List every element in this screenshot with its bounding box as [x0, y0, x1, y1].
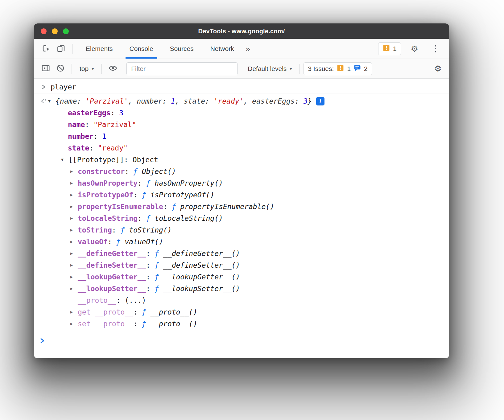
devtools-tabbar: Elements Console Sources Network » 1 ⚙ ⋮	[34, 39, 449, 59]
tab-network[interactable]: Network	[202, 39, 242, 59]
console-text-segment: 1	[102, 132, 106, 140]
console-text-segment: name	[60, 97, 77, 105]
console-text-segment: toString	[78, 226, 112, 234]
console-text-segment: :	[146, 249, 155, 257]
console-text-segment: valueOf()	[125, 238, 163, 246]
console-text-segment: :	[112, 226, 121, 234]
toolbar-divider	[300, 64, 300, 74]
console-text-segment: }	[308, 97, 312, 105]
console-text-segment: :	[138, 214, 146, 222]
issues-label: 3 Issues:	[308, 65, 334, 72]
console-text-segment: :	[125, 167, 133, 175]
more-tabs-button[interactable]: »	[242, 45, 254, 53]
disclosure-triangle-icon[interactable]: ▸	[70, 228, 78, 233]
console-text-segment: 3	[303, 97, 308, 105]
context-label: top	[80, 65, 89, 72]
console-text-segment: :	[205, 97, 214, 105]
device-toolbar-button[interactable]	[54, 41, 68, 56]
console-text-segment: ,	[175, 97, 184, 105]
console-text-segment: :	[116, 296, 125, 304]
disclosure-triangle-icon[interactable]: ▸	[70, 204, 78, 209]
console-text-segment: :	[146, 285, 155, 293]
titlebar[interactable]: DevTools - www.google.com/	[34, 23, 449, 39]
disclosure-triangle-icon[interactable]: ▸	[70, 192, 78, 197]
console-row: ▸__defineSetter__: ƒ __defineSetter__()	[34, 259, 449, 271]
console-panel[interactable]: player▾{name: 'Parzival', number: 1, sta…	[34, 79, 449, 348]
context-selector[interactable]: top ▾	[76, 65, 98, 72]
warning-icon	[382, 44, 390, 53]
console-command-chevron-icon	[41, 84, 47, 90]
console-text-segment: :	[163, 203, 172, 211]
console-row: ▸valueOf: ƒ valueOf()	[34, 236, 449, 248]
disclosure-triangle-icon[interactable]: ▸	[70, 286, 78, 291]
disclosure-triangle-icon[interactable]: ▸	[70, 251, 78, 256]
console-row: ▸hasOwnProperty: ƒ hasOwnProperty()	[34, 177, 449, 189]
disclosure-triangle-icon[interactable]: ▸	[70, 239, 78, 244]
disclosure-triangle-icon[interactable]: ▸	[70, 274, 78, 279]
console-text-segment: toString()	[129, 226, 171, 234]
zoom-window-button[interactable]	[63, 28, 69, 34]
console-text-segment: "ready"	[98, 144, 128, 152]
disclosure-triangle-icon[interactable]: ▸	[70, 310, 78, 315]
tabbar-right-cluster: 1 ⚙ ⋮	[378, 42, 444, 55]
disclosure-triangle-icon[interactable]: ▸	[70, 321, 78, 326]
console-toolbar: top ▾ Default levels ▾ 3 Issues: 1 2	[34, 59, 449, 79]
console-text-segment: __proto__()	[150, 308, 197, 316]
disclosure-triangle-icon[interactable]: ▸	[70, 181, 78, 186]
disclosure-triangle-icon[interactable]: ▸	[70, 216, 78, 221]
console-text-segment: hasOwnProperty()	[155, 179, 223, 187]
console-sidebar-toggle-button[interactable]	[38, 61, 53, 76]
clear-console-button[interactable]	[53, 61, 68, 76]
inspect-cursor-icon	[42, 44, 51, 54]
console-row: name: "Parzival"	[34, 119, 449, 130]
tab-sources[interactable]: Sources	[162, 39, 202, 59]
tab-console[interactable]: Console	[121, 39, 162, 59]
live-expression-button[interactable]	[105, 61, 120, 76]
console-text-segment: isPrototypeOf	[78, 191, 133, 199]
console-text-segment: ƒ	[133, 167, 142, 175]
disclosure-triangle-icon[interactable]: ▾	[48, 99, 56, 104]
filter-input[interactable]	[126, 62, 238, 75]
console-text-segment: get __proto__	[78, 308, 133, 316]
console-row: ▸get __proto__: ƒ __proto__()	[34, 306, 449, 318]
issues-button[interactable]: 3 Issues: 1 2	[304, 62, 372, 75]
console-text-segment: __proto__()	[150, 320, 197, 328]
disclosure-triangle-icon[interactable]: ▸	[70, 169, 78, 174]
console-prompt[interactable]	[34, 334, 449, 348]
console-text-segment: ƒ	[142, 320, 151, 328]
console-text-segment: :	[77, 97, 85, 105]
console-text-segment: state	[184, 97, 205, 105]
log-levels-selector[interactable]: Default levels ▾	[244, 65, 296, 72]
console-settings-gear-icon[interactable]: ⚙	[431, 64, 445, 73]
console-row: ▸__lookupGetter__: ƒ __lookupGetter__()	[34, 271, 449, 283]
close-window-button[interactable]	[41, 28, 47, 34]
console-text-segment: isPrototypeOf()	[150, 191, 214, 199]
console-text-segment: :	[133, 320, 142, 328]
overflow-menu-icon[interactable]: ⋮	[428, 44, 443, 53]
inspect-element-button[interactable]	[39, 41, 54, 56]
console-text-segment: toLocaleString()	[155, 214, 223, 222]
console-text-segment: name	[68, 121, 85, 129]
disclosure-triangle-icon[interactable]: ▾	[61, 157, 68, 162]
warnings-badge-button[interactable]: 1	[378, 42, 401, 55]
console-text-segment: number	[68, 132, 93, 140]
console-text-segment: ,	[243, 97, 252, 105]
console-text-segment: :	[138, 179, 146, 187]
log-levels-label: Default levels	[248, 65, 287, 72]
console-row: number: 1	[34, 130, 449, 142]
console-text-segment: hasOwnProperty	[78, 179, 138, 187]
message-icon	[353, 64, 361, 73]
console-text-segment: __defineSetter__	[78, 261, 146, 269]
tab-elements[interactable]: Elements	[77, 39, 121, 59]
console-text-segment: ƒ	[120, 226, 129, 234]
minimize-window-button[interactable]	[52, 28, 58, 34]
disclosure-triangle-icon[interactable]: ▸	[70, 263, 78, 268]
settings-gear-icon[interactable]: ⚙	[408, 45, 421, 53]
console-prompt-chevron-icon	[39, 337, 45, 346]
console-text-segment: :	[93, 132, 102, 140]
eye-icon	[108, 64, 118, 74]
info-icon[interactable]: i	[316, 97, 324, 105]
console-text-segment: easterEggs	[252, 97, 295, 105]
console-text-segment: number	[137, 97, 162, 105]
console-text-segment: 1	[171, 97, 175, 105]
